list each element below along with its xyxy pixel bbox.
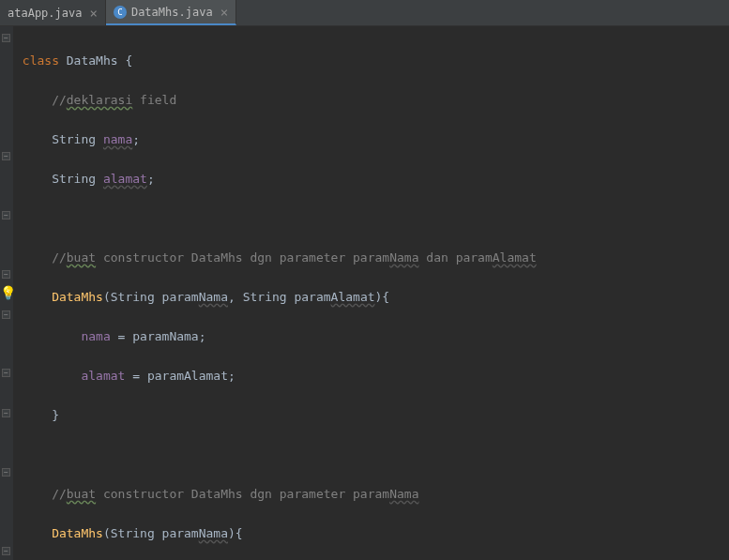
fold-icon[interactable]: −	[2, 369, 10, 377]
fold-icon[interactable]: −	[2, 310, 10, 319]
class-icon: C	[114, 6, 127, 19]
tab-label: DataMhs.java	[131, 6, 213, 19]
fold-icon[interactable]: −	[2, 152, 10, 160]
fold-icon[interactable]: −	[2, 34, 10, 42]
editor-area: − − − − 💡 − − − − − class DataMhs { //de…	[0, 26, 729, 560]
fold-icon[interactable]: −	[2, 409, 10, 417]
close-icon[interactable]: ×	[220, 5, 228, 20]
editor-tabs: ataApp.java × C DataMhs.java ×	[0, 0, 729, 26]
fold-icon[interactable]: −	[2, 211, 10, 219]
tab-file-2[interactable]: C DataMhs.java ×	[106, 0, 236, 25]
fold-icon[interactable]: −	[2, 468, 10, 477]
fold-icon[interactable]: −	[2, 270, 10, 279]
tab-label: ataApp.java	[8, 7, 82, 20]
tab-file-1[interactable]: ataApp.java ×	[0, 0, 106, 25]
gutter[interactable]: − − − − 💡 − − − − −	[0, 26, 13, 560]
fold-icon[interactable]: −	[2, 547, 10, 555]
close-icon[interactable]: ×	[89, 6, 97, 21]
code-area[interactable]: class DataMhs { //deklarasi field String…	[13, 26, 729, 560]
